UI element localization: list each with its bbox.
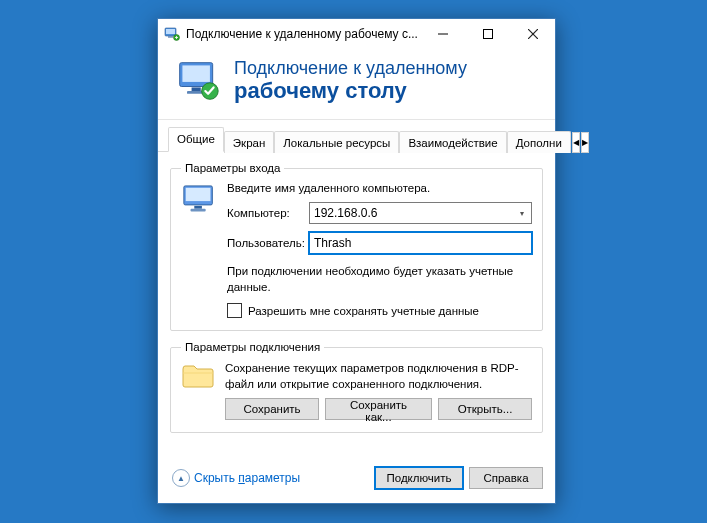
titlebar-text: Подключение к удаленному рабочему с...: [186, 27, 420, 41]
connection-fieldset: Параметры подключения Сохранение текущих…: [170, 341, 543, 433]
tab-experience[interactable]: Взаимодействие: [399, 131, 506, 153]
minimize-button[interactable]: [420, 19, 465, 49]
tab-scroll-right[interactable]: ▶: [581, 132, 589, 153]
tabstrip: Общие Экран Локальные ресурсы Взаимодейс…: [158, 120, 555, 152]
username-input[interactable]: [309, 232, 532, 254]
svg-rect-14: [186, 188, 211, 201]
tab-local-resources[interactable]: Локальные ресурсы: [274, 131, 399, 153]
save-credentials-checkbox-row[interactable]: Разрешить мне сохранять учетные данные: [227, 303, 532, 318]
svg-rect-1: [166, 29, 175, 34]
svg-rect-15: [194, 206, 202, 209]
collapse-icon: ▲: [172, 469, 190, 487]
svg-rect-10: [192, 87, 201, 91]
login-fieldset: Параметры входа Введите имя удаленного к…: [170, 162, 543, 331]
rdp-icon: [164, 26, 180, 42]
hide-options-link[interactable]: ▲ Скрыть параметры: [172, 469, 300, 487]
footer: ▲ Скрыть параметры Подключить Справка: [158, 457, 555, 503]
save-credentials-label: Разрешить мне сохранять учетные данные: [248, 305, 479, 317]
banner-line2: рабочему столу: [234, 79, 467, 103]
tab-additional[interactable]: Дополни: [507, 131, 571, 153]
close-button[interactable]: [510, 19, 555, 49]
banner-line1: Подключение к удаленному: [234, 59, 467, 79]
banner: Подключение к удаленному рабочему столу: [158, 49, 555, 120]
maximize-button[interactable]: [465, 19, 510, 49]
tab-body: Параметры входа Введите имя удаленного к…: [158, 152, 555, 457]
connection-legend: Параметры подключения: [181, 341, 324, 353]
save-as-button[interactable]: Сохранить как...: [325, 398, 432, 420]
svg-rect-5: [483, 30, 492, 39]
titlebar[interactable]: Подключение к удаленному рабочему с...: [158, 19, 555, 49]
desktop-icon: [181, 184, 219, 220]
connect-button[interactable]: Подключить: [375, 467, 463, 489]
connection-text: Сохранение текущих параметров подключени…: [225, 361, 532, 392]
help-button[interactable]: Справка: [469, 467, 543, 489]
tab-general[interactable]: Общие: [168, 127, 224, 152]
chevron-down-icon: ▾: [520, 209, 524, 218]
folder-icon: [181, 361, 215, 391]
login-legend: Параметры входа: [181, 162, 284, 174]
open-button[interactable]: Открыть...: [438, 398, 532, 420]
tab-display[interactable]: Экран: [224, 131, 274, 153]
computer-dropdown-button[interactable]: ▾: [513, 203, 531, 223]
tab-scroll-left[interactable]: ◀: [572, 132, 580, 153]
computer-label: Компьютер:: [227, 207, 309, 219]
svg-rect-16: [190, 209, 205, 212]
monitor-icon: [176, 59, 220, 103]
computer-combobox[interactable]: [309, 202, 532, 224]
login-intro: Введите имя удаленного компьютера.: [227, 182, 532, 194]
svg-rect-2: [168, 37, 173, 38]
svg-rect-9: [182, 65, 210, 82]
save-credentials-checkbox[interactable]: [227, 303, 242, 318]
user-label: Пользователь:: [227, 237, 309, 249]
save-button[interactable]: Сохранить: [225, 398, 319, 420]
banner-text: Подключение к удаленному рабочему столу: [234, 59, 467, 103]
credentials-note: При подключении необходимо будет указать…: [227, 264, 532, 295]
hide-options-text: Скрыть параметры: [194, 471, 300, 485]
rdp-window: Подключение к удаленному рабочему с... П…: [157, 18, 556, 504]
